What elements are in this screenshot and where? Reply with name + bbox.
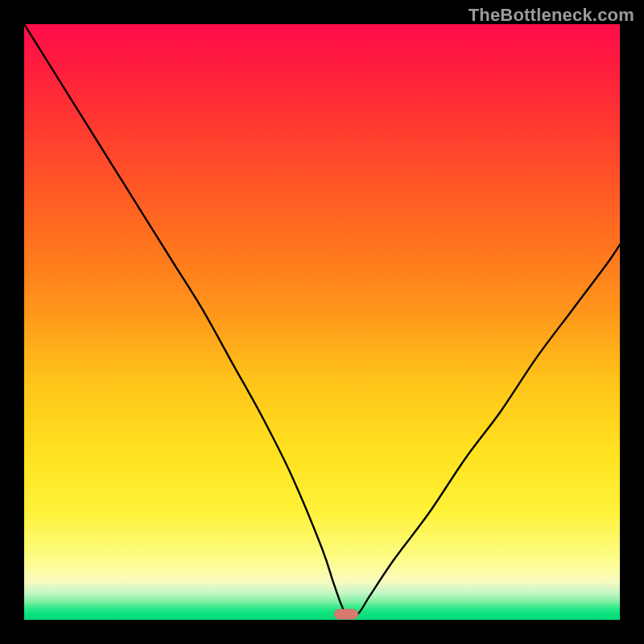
curve-layer: [24, 24, 620, 620]
plot-area: [24, 24, 620, 620]
minimum-marker: [334, 609, 358, 619]
bottleneck-curve: [24, 24, 620, 617]
chart-container: TheBottleneck.com: [0, 0, 644, 644]
watermark-text: TheBottleneck.com: [469, 5, 634, 26]
